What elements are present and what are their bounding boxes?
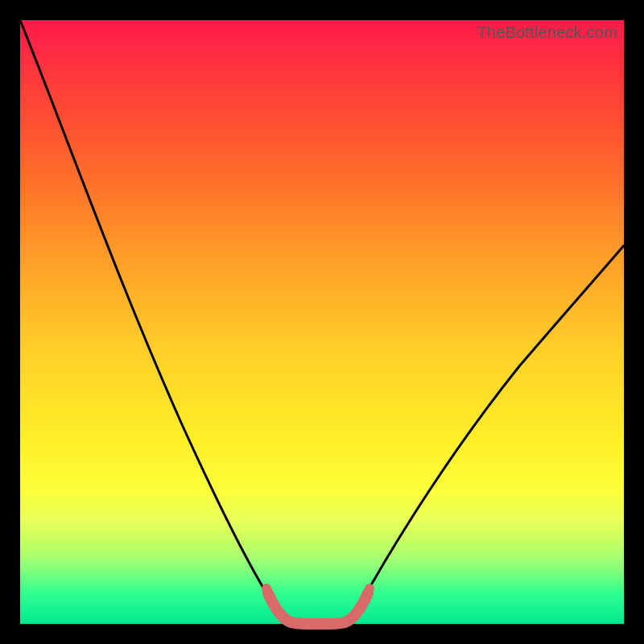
svg-point-0 — [262, 584, 271, 593]
svg-point-2 — [275, 608, 284, 617]
svg-point-1 — [267, 597, 277, 606]
bottleneck-curve — [20, 20, 624, 624]
curve-path — [20, 20, 624, 623]
trough-dots — [262, 584, 374, 617]
chart-plot-area: TheBottleneck.com — [20, 20, 624, 624]
svg-point-5 — [365, 584, 374, 593]
svg-point-3 — [352, 608, 361, 617]
svg-point-4 — [359, 597, 369, 606]
trough-marker — [268, 593, 368, 624]
chart-frame: TheBottleneck.com — [0, 0, 644, 644]
